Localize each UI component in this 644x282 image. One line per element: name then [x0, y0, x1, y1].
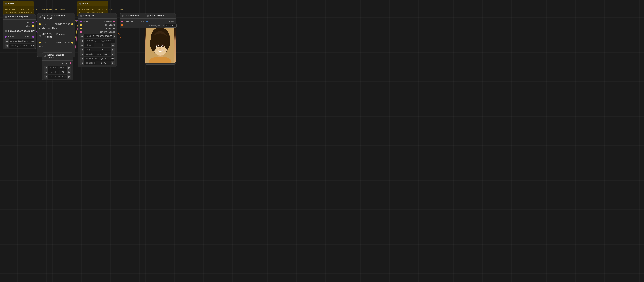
height-label: height [48, 71, 59, 74]
vae-decode-dot [122, 15, 124, 17]
seed-widget[interactable]: ◀ seed 712589392390569 ▶ [80, 34, 115, 38]
empty-latent-dot [44, 56, 46, 57]
width-next[interactable]: ▶ [67, 66, 72, 70]
height-widget[interactable]: ◀ height 1024 ▶ [44, 70, 72, 74]
lora-name-widget[interactable]: ◀ lora_sdxllightning_4step_lora.safetens… [5, 39, 34, 43]
lora-name-prev[interactable]: ◀ [5, 39, 9, 43]
strength-model-value: 1.00 [30, 44, 34, 47]
note-title-1: Note [8, 2, 14, 5]
batch-size-next[interactable]: ▶ [67, 75, 72, 79]
model-output-label: MODEL [24, 21, 31, 24]
clip2-output-connector [71, 42, 73, 44]
svg-point-13 [158, 46, 158, 47]
sampler-name-value: euler [103, 52, 111, 56]
control-after-widget[interactable]: ◀ control_after_generate randomize ▶ [80, 39, 115, 43]
save-image-header: Save Image [145, 13, 176, 19]
seed-prev[interactable]: ◀ [80, 34, 84, 38]
sampler-name-widget[interactable]: ◀ sampler_name euler ▶ [80, 52, 115, 56]
ksampler-node: KSampler model LATENT positive negative … [78, 13, 117, 67]
save-image-node: Save Image images filename_prefix ComfyU… [145, 13, 176, 65]
filename-prefix-label: filename_prefix [146, 25, 164, 27]
scheduler-prev[interactable]: ◀ [80, 57, 84, 61]
clip2-conditioning-label: CONDITIONING [55, 42, 70, 44]
clip-output-row: CLIP [3, 24, 36, 28]
empty-latent-header: Empty Latent Image [42, 53, 73, 61]
clip-encode-2-dot [39, 35, 41, 37]
steps-label: steps [84, 44, 94, 47]
vae-input-connector [121, 24, 123, 26]
batch-size-prev[interactable]: ◀ [44, 75, 48, 79]
cfg-prev[interactable]: ◀ [80, 48, 84, 52]
clip1-input-label: clip [42, 23, 47, 26]
image-preview-content [145, 28, 176, 63]
images-input-label: images [166, 20, 174, 23]
filename-prefix-row: filename_prefix ComfyUI [146, 24, 174, 28]
model-output-row: MODEL [3, 21, 36, 24]
width-prev[interactable]: ◀ [44, 66, 48, 70]
clip1-text-value: A girl smiling [39, 27, 57, 30]
ksampler-latent-input-row: latent_image [78, 30, 117, 34]
batch-size-widget[interactable]: ◀ batch_size 1 ▶ [44, 75, 72, 79]
cfg-next[interactable]: ▶ [111, 48, 115, 52]
clip-output-connector [32, 25, 34, 27]
clip-encode-1-dot [39, 16, 41, 18]
denoise-widget[interactable]: ◀ denoise 1.00 ▶ [80, 61, 115, 65]
empty-latent-title: Empty Latent Image [48, 54, 71, 59]
clip-encode-1-title: CLIP Text Encode (Prompt) [42, 15, 73, 20]
denoise-next[interactable]: ▶ [111, 61, 115, 65]
lora-loader-body: model MODEL ◀ lora_sdxllightning_4step_l… [3, 34, 36, 49]
clip-encode-2-title: CLIP Text Encode (Prompt) [42, 33, 73, 38]
note-node-1: Note Remember to use the correct checkpo… [3, 1, 34, 16]
strength-model-label: strength_model [9, 44, 30, 47]
clip2-input-label: clip [42, 42, 47, 44]
lora-loader-header: LoraLoaderModelOnly [3, 29, 36, 34]
ksampler-latent-input-connector [80, 31, 82, 33]
sampler-name-next[interactable]: ▶ [111, 52, 115, 56]
clip1-input-row: clip CONDITIONING [38, 23, 75, 26]
ksampler-body: model LATENT positive negative latent_im… [78, 19, 117, 67]
sampler-name-label: sampler_name [84, 53, 103, 56]
face-svg [145, 28, 176, 63]
lora-model-input-label: model [8, 36, 14, 38]
save-image-dot [147, 15, 149, 17]
svg-point-14 [163, 46, 164, 47]
steps-value: 4 [94, 44, 111, 47]
steps-widget[interactable]: ◀ steps 4 ▶ [80, 43, 115, 47]
cfg-widget[interactable]: ◀ cfg 1.0 ▶ [80, 48, 115, 52]
note-header-1: Note [3, 1, 34, 7]
load-checkpoint-title: Load Checkpoint [8, 16, 29, 18]
strength-model-widget[interactable]: ◀ strength_model 1.00 ▶ [5, 44, 34, 48]
height-value: 1024 [59, 70, 67, 74]
image-preview [145, 28, 176, 63]
steps-next[interactable]: ▶ [111, 43, 115, 47]
denoise-prev[interactable]: ◀ [80, 61, 84, 65]
seed-next[interactable]: ▶ [113, 34, 115, 38]
lora-model-input-connector [5, 36, 6, 38]
lora-loader-node: LoraLoaderModelOnly model MODEL ◀ lora_s… [3, 29, 36, 50]
ksampler-model-label: model [83, 20, 89, 23]
scheduler-label: scheduler [84, 57, 99, 60]
empty-latent-node: Empty Latent Image LATENT ◀ width 1024 ▶… [42, 52, 73, 81]
ksampler-title: KSampler [83, 15, 94, 17]
images-input-row: images [145, 20, 176, 23]
load-checkpoint-header: Load Checkpoint [3, 14, 36, 20]
cfg-label: cfg [84, 48, 91, 51]
note-header-2: Note [77, 1, 108, 7]
ksampler-model-row: model LATENT [78, 20, 117, 23]
scheduler-widget[interactable]: ◀ scheduler sgm_uniform ▶ [80, 57, 115, 61]
filename-prefix-value: ComfyUI [165, 24, 177, 28]
lora-model-output-label: MODEL [24, 36, 31, 38]
scheduler-next[interactable]: ▶ [114, 57, 115, 61]
width-widget[interactable]: ◀ width 1024 ▶ [44, 66, 72, 70]
control-after-prev[interactable]: ◀ [80, 39, 84, 43]
batch-size-label: batch_size [48, 75, 64, 78]
sampler-name-prev[interactable]: ◀ [80, 52, 84, 56]
clip2-input-row: clip CONDITIONING [38, 41, 75, 44]
strength-model-prev[interactable]: ◀ [5, 44, 9, 48]
height-next[interactable]: ▶ [67, 70, 72, 74]
lora-name-value: lora_sdxllightning_4step_lora.safetensor… [9, 40, 34, 43]
height-prev[interactable]: ◀ [44, 70, 48, 74]
empty-latent-body: LATENT ◀ width 1024 ▶ ◀ height 1024 ▶ ◀ … [42, 61, 73, 80]
steps-prev[interactable]: ◀ [80, 43, 84, 47]
clip1-output-connector [71, 23, 73, 25]
